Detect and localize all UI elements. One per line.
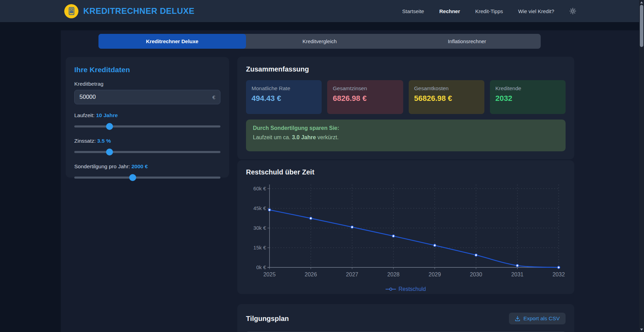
theme-toggle-button[interactable] (569, 8, 576, 15)
summary-stats-row: Monatliche Rate 494.43 € Gesamtzinsen 68… (246, 80, 566, 114)
chart-legend-restschuld[interactable]: Restschuld (246, 286, 566, 292)
header: KREDITRECHNER DELUXE Startseite Rechner … (0, 0, 644, 22)
app-title: KREDITRECHNER DELUXE (83, 6, 195, 16)
svg-text:2032: 2032 (552, 272, 565, 277)
chart-heading: Restschuld über Zeit (246, 168, 566, 176)
sondertilgung-value: 2000 € (131, 163, 148, 169)
sondertilgung-slider-track[interactable] (74, 177, 220, 179)
app-logo[interactable]: KREDITRECHNER DELUXE (64, 4, 195, 18)
tab-inflationsrechner[interactable]: Inflationsrechner (393, 34, 541, 49)
credit-data-panel: Ihre Kreditdaten Kreditbetrag € Laufzeit… (66, 57, 229, 178)
svg-text:45k €: 45k € (253, 205, 266, 211)
sondertilgung-slider[interactable] (74, 174, 220, 181)
svg-text:2030: 2030 (470, 272, 482, 277)
tab-kreditvergleich[interactable]: Kreditvergleich (246, 34, 394, 49)
zinssatz-slider-track[interactable] (74, 151, 220, 153)
summary-heading: Zusammenfassung (246, 65, 566, 73)
svg-text:0k €: 0k € (256, 264, 266, 270)
calculator-logo-icon (64, 4, 78, 18)
stat-gesamtzinsen: Gesamtzinsen 6826.98 € (327, 80, 403, 114)
stat-gesamtkosten: Gesamtkosten 56826.98 € (409, 80, 484, 114)
sun-icon (569, 8, 576, 15)
nav-kredit-tipps[interactable]: Kredit-Tipps (475, 8, 503, 14)
stat-kreditende: Kreditende 2032 (490, 80, 566, 114)
scrollbar-down-arrow-icon[interactable] (640, 329, 643, 331)
calculator-tabbar: Kreditrechner Deluxe Kreditvergleich Inf… (98, 34, 541, 49)
svg-text:15k €: 15k € (253, 245, 266, 250)
stat-monatliche-rate: Monatliche Rate 494.43 € (246, 80, 322, 114)
svg-text:2027: 2027 (346, 272, 358, 277)
laufzeit-slider-thumb[interactable] (106, 123, 113, 130)
sondertilgung-slider-thumb[interactable] (129, 174, 136, 181)
nav-wie-viel-kredit[interactable]: Wie viel Kredit? (518, 8, 554, 14)
svg-text:2028: 2028 (387, 272, 400, 277)
chart-canvas: 0k €15k €30k €45k €60k €2025202620272028… (246, 181, 566, 283)
svg-text:2031: 2031 (511, 272, 524, 277)
restschuld-line-chart: 0k €15k €30k €45k €60k €2025202620272028… (246, 181, 566, 285)
laufzeit-slider[interactable] (74, 123, 220, 130)
kreditbetrag-label: Kreditbetrag (74, 81, 220, 87)
main-nav: Startseite Rechner Kredit-Tipps Wie viel… (402, 0, 576, 22)
laufzeit-slider-track[interactable] (74, 125, 220, 127)
legend-label: Restschuld (398, 286, 426, 292)
page-scrollbar[interactable] (639, 0, 644, 332)
restschuld-chart-panel: Restschuld über Zeit 0k €15k €30k €45k €… (237, 160, 574, 294)
svg-text:60k €: 60k € (253, 186, 266, 191)
zinssatz-label: Zinssatz: 3.5 % (74, 138, 220, 144)
form-heading: Ihre Kreditdaten (74, 66, 220, 74)
sondertilgung-label: Sondertilgung pro Jahr: 2000 € (74, 163, 220, 170)
zinssatz-value: 3.5 % (97, 138, 111, 144)
tab-kreditrechner-deluxe[interactable]: Kreditrechner Deluxe (98, 34, 246, 49)
tilgungsplan-heading: Tilgungsplan (246, 315, 289, 323)
laufzeit-value: 10 Jahre (96, 112, 118, 118)
legend-line-marker-icon (386, 287, 396, 291)
nav-startseite[interactable]: Startseite (402, 8, 424, 14)
zinssatz-slider[interactable] (74, 149, 220, 155)
kreditbetrag-input-box: € (74, 90, 220, 104)
download-icon (515, 316, 520, 321)
zinssatz-slider-thumb[interactable] (106, 149, 113, 155)
scrollbar-thumb[interactable] (640, 5, 643, 47)
summary-panel: Zusammenfassung Monatliche Rate 494.43 €… (237, 57, 574, 159)
svg-text:30k €: 30k € (253, 225, 266, 231)
kreditbetrag-input[interactable] (79, 94, 212, 101)
svg-text:2026: 2026 (305, 272, 317, 277)
laufzeit-label: Laufzeit: 10 Jahre (74, 112, 220, 118)
scrollbar-up-arrow-icon[interactable] (640, 1, 643, 3)
tilgungsplan-panel: Tilgungsplan Export als CSV (237, 304, 574, 332)
kreditbetrag-unit: € (212, 94, 215, 100)
sondertilgung-savings-note: Durch Sondertilgung sparen Sie: Laufzeit… (246, 120, 566, 151)
export-csv-button[interactable]: Export als CSV (509, 313, 566, 324)
svg-text:2029: 2029 (428, 272, 441, 277)
nav-rechner[interactable]: Rechner (439, 8, 460, 14)
svg-text:2025: 2025 (263, 272, 276, 277)
